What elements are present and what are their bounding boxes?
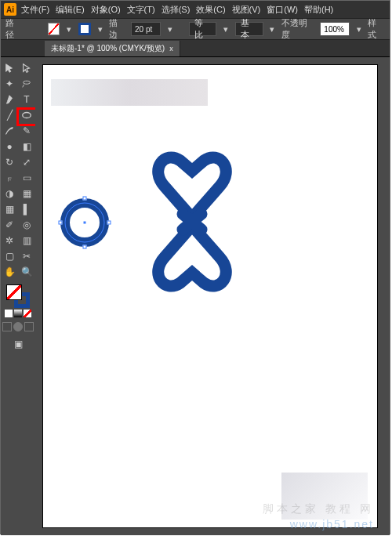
blob-brush-tool-icon[interactable]: ● — [1, 139, 18, 154]
anchor-icon[interactable] — [83, 197, 87, 201]
menu-edit[interactable]: 编辑(E) — [56, 4, 85, 16]
shape-builder-tool-icon[interactable]: ◑ — [1, 186, 18, 201]
zoom-tool-icon[interactable]: 🔍 — [18, 264, 35, 280]
center-point-icon — [84, 222, 86, 224]
opacity-dropdown-icon[interactable]: ▾ — [354, 24, 364, 34]
magic-wand-tool-icon[interactable]: ✦ — [1, 76, 18, 92]
selection-type-label: 路径 — [5, 17, 23, 41]
blend-tool-icon[interactable]: ◎ — [18, 217, 35, 233]
circle-object[interactable] — [60, 198, 109, 247]
color-mode-gradient-icon[interactable] — [14, 310, 22, 317]
brush-tool-icon[interactable] — [1, 123, 18, 139]
menu-file[interactable]: 文件(F) — [21, 4, 49, 16]
artboard-tool-icon[interactable]: ▢ — [1, 248, 18, 264]
width-tool-icon[interactable]: ⟔ — [1, 170, 18, 186]
menu-effect[interactable]: 效果(C) — [196, 4, 225, 16]
width-profile-select[interactable]: 等比 — [189, 22, 217, 36]
symbol-sprayer-tool-icon[interactable]: ✲ — [1, 233, 18, 248]
brush-definition-select[interactable]: 基本 — [235, 22, 263, 36]
draw-inside-icon[interactable] — [24, 322, 34, 331]
stroke-weight-input[interactable] — [131, 22, 161, 36]
artboard[interactable] — [43, 65, 377, 527]
fill-color-icon[interactable] — [6, 284, 22, 300]
menu-select[interactable]: 选择(S) — [162, 4, 191, 16]
document-tab-title: 未标题-1* @ 100% (CMYK/预览) — [51, 43, 165, 54]
stroke-label[interactable]: 描边 — [109, 17, 126, 41]
hand-tool-icon[interactable]: ✋ — [1, 264, 18, 280]
graph-tool-icon[interactable]: ▥ — [18, 233, 35, 248]
menu-type[interactable]: 文字(T) — [127, 4, 155, 16]
eyedropper-tool-icon[interactable]: ✐ — [1, 217, 18, 233]
canvas-area[interactable]: 脚本之家 教程 网 www.jb51.net — [35, 57, 390, 535]
color-mode-none-icon[interactable] — [24, 310, 31, 317]
opacity-input[interactable]: 100% — [320, 22, 349, 36]
direct-selection-tool-icon[interactable] — [18, 60, 35, 76]
tool-panel: ✦ T ╱ ✎ ● ◧ — [1, 57, 35, 535]
line-tool-icon[interactable]: ╱ — [1, 107, 18, 123]
document-tab-bar: 未标题-1* @ 100% (CMYK/预览) x — [1, 40, 390, 57]
screen-mode-icon[interactable]: ▣ — [9, 336, 27, 352]
close-tab-icon[interactable]: x — [169, 45, 173, 53]
placeholder-rect[interactable] — [51, 79, 208, 106]
ellipse-tool-icon[interactable] — [18, 107, 35, 123]
type-tool-icon[interactable]: T — [18, 92, 35, 107]
stroke-weight-dropdown-icon[interactable]: ▾ — [165, 24, 175, 34]
anchor-icon[interactable] — [107, 221, 111, 225]
mesh-tool-icon[interactable]: ▦ — [1, 201, 18, 217]
options-bar: 路径 ▾ ▾ 描边 ▾ 等比 ▾ 基本 ▾ 不透明度 100% ▾ 样式 — [1, 18, 390, 40]
fill-swatch-icon[interactable] — [48, 23, 60, 35]
rotate-tool-icon[interactable]: ↻ — [1, 154, 18, 170]
style-label[interactable]: 样式 — [368, 17, 385, 41]
menu-bar: Ai 文件(F) 编辑(E) 对象(O) 文字(T) 选择(S) 效果(C) 视… — [1, 1, 390, 18]
fill-dropdown-icon[interactable]: ▾ — [64, 24, 74, 34]
free-transform-tool-icon[interactable]: ▭ — [18, 170, 35, 186]
perspective-tool-icon[interactable]: ▦ — [18, 186, 35, 201]
watermark-url: www.jb51.net — [290, 518, 374, 531]
color-mode-solid-icon[interactable] — [5, 310, 13, 317]
opacity-label[interactable]: 不透明度 — [281, 17, 315, 41]
menu-object[interactable]: 对象(O) — [91, 4, 121, 16]
slice-tool-icon[interactable]: ✂ — [18, 248, 35, 264]
gradient-tool-icon[interactable]: ▌ — [18, 201, 35, 217]
stroke-dropdown-icon[interactable]: ▾ — [96, 24, 105, 34]
anchor-icon[interactable] — [59, 221, 63, 225]
pen-tool-icon[interactable] — [1, 92, 18, 107]
app-logo-icon: Ai — [4, 3, 16, 16]
draw-behind-icon[interactable] — [13, 322, 23, 331]
selection-tool-icon[interactable] — [1, 60, 18, 76]
lasso-tool-icon[interactable] — [18, 76, 35, 92]
svg-point-0 — [23, 113, 31, 118]
pencil-tool-icon[interactable]: ✎ — [18, 123, 35, 139]
eraser-tool-icon[interactable]: ◧ — [18, 139, 35, 154]
anchor-icon[interactable] — [83, 245, 87, 249]
brush-dropdown-icon[interactable]: ▾ — [268, 24, 278, 34]
stroke-swatch-icon[interactable] — [78, 23, 91, 35]
width-profile-dropdown-icon[interactable]: ▾ — [221, 24, 230, 34]
menu-window[interactable]: 窗口(W) — [267, 4, 298, 16]
scale-tool-icon[interactable]: ⤢ — [18, 154, 35, 170]
draw-normal-icon[interactable] — [2, 322, 12, 331]
fill-stroke-control[interactable] — [6, 284, 30, 308]
knot-object[interactable] — [137, 143, 247, 300]
watermark-label: 脚本之家 教程 网 — [263, 502, 374, 516]
menu-help[interactable]: 帮助(H) — [304, 4, 333, 16]
menu-view[interactable]: 视图(V) — [232, 4, 261, 16]
document-tab[interactable]: 未标题-1* @ 100% (CMYK/预览) x — [45, 41, 180, 56]
